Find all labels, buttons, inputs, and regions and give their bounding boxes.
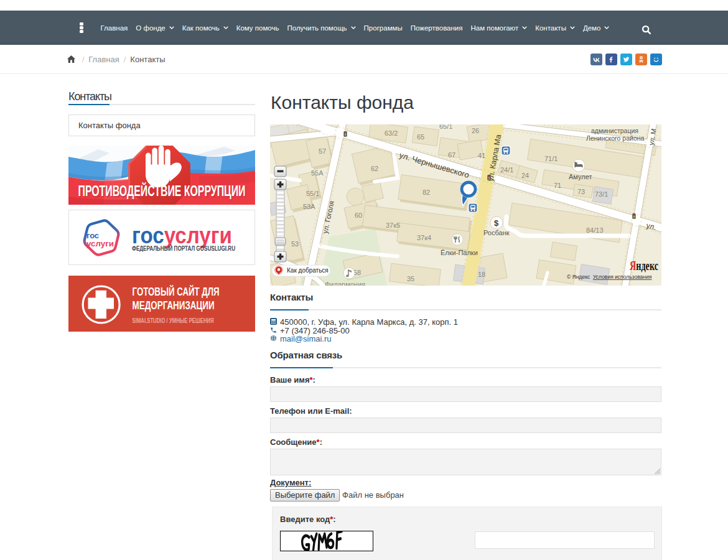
svg-text:Росбанк: Росбанк <box>483 229 510 236</box>
svg-text:Амулет: Амулет <box>569 173 592 180</box>
svg-text:55A: 55A <box>311 169 324 177</box>
svg-text:26: 26 <box>472 127 479 134</box>
svg-text:41: 41 <box>478 152 485 159</box>
svg-text:37к4: 37к4 <box>417 234 431 241</box>
svg-text:ФЕДЕРАЛЬНЫЙ ПОРТАЛ GOSUSLUGI.R: ФЕДЕРАЛЬНЫЙ ПОРТАЛ GOSUSLUGI.RU <box>132 245 235 252</box>
svg-text:37к5: 37к5 <box>386 222 400 229</box>
svg-text:60: 60 <box>355 212 362 219</box>
svg-text:Условия использования: Условия использования <box>593 274 652 280</box>
svg-text:услуги: услуги <box>86 240 114 248</box>
svg-text:53: 53 <box>291 240 299 248</box>
svg-text:ГОТОВЫЙ САЙТ ДЛЯ: ГОТОВЫЙ САЙТ ДЛЯ <box>133 285 220 298</box>
svg-text:57: 57 <box>319 147 326 155</box>
svg-text:24/1: 24/1 <box>500 166 513 174</box>
svg-text:18: 18 <box>478 271 485 278</box>
svg-text:SIMAI.STUDIO / УМНЫЕ РЕШЕНИЯ: SIMAI.STUDIO / УМНЫЕ РЕШЕНИЯ <box>133 317 214 324</box>
svg-text:82: 82 <box>422 189 430 196</box>
svg-text:Как добраться: Как добраться <box>287 267 329 274</box>
svg-text:65: 65 <box>417 133 424 141</box>
svg-text:администрация: администрация <box>591 127 638 134</box>
svg-text:73: 73 <box>577 188 585 195</box>
svg-text:65/1: 65/1 <box>439 124 452 130</box>
svg-text:ПРОТИВОДЕЙСТВИЕ КОРРУПЦИИ: ПРОТИВОДЕЙСТВИЕ КОРРУПЦИИ <box>78 182 246 199</box>
svg-text:Ленинского района: Ленинского района <box>586 134 645 142</box>
svg-text:53A: 53A <box>303 203 315 210</box>
svg-text:67: 67 <box>448 151 455 159</box>
svg-text:55/1: 55/1 <box>306 190 319 197</box>
svg-text:62: 62 <box>371 165 378 172</box>
svg-text:84/13: 84/13 <box>586 226 604 234</box>
svg-text:Яндекс: Яндекс <box>630 259 658 273</box>
svg-text:73/1: 73/1 <box>595 190 608 198</box>
svg-text:Филармония: Филармония <box>325 281 365 286</box>
svg-text:$: $ <box>494 218 499 228</box>
svg-text:© Яндекс: © Яндекс <box>567 274 590 280</box>
svg-text:71/1: 71/1 <box>544 155 558 162</box>
svg-text:Ёлки-Палки: Ёлки-Палки <box>441 249 478 256</box>
svg-text:24: 24 <box>521 172 529 179</box>
svg-text:63/2: 63/2 <box>385 129 398 137</box>
svg-text:71: 71 <box>554 182 561 189</box>
svg-text:МЕДОРГАНИЗАЦИИ: МЕДОРГАНИЗАЦИИ <box>133 299 215 312</box>
svg-text:35: 35 <box>407 275 414 282</box>
